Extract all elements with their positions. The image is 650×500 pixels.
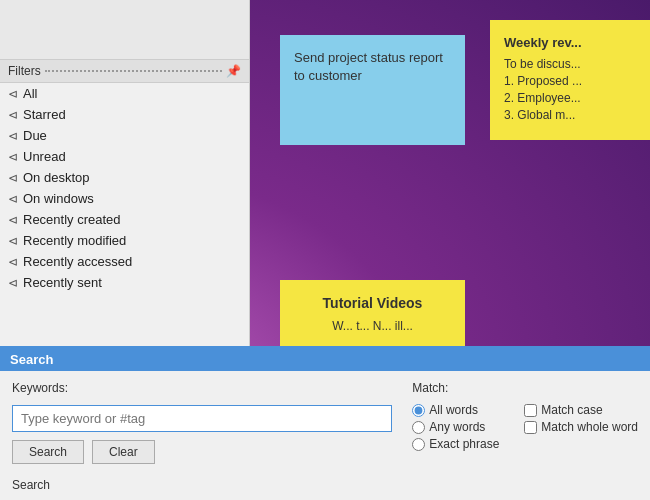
filter-label-recently-modified: Recently modified bbox=[23, 233, 126, 248]
search-right: Match: All words Match case Any wo bbox=[412, 381, 638, 464]
sticky-yellow-2-title: Tutorial Videos bbox=[294, 294, 451, 314]
filter-label-recently-accessed: Recently accessed bbox=[23, 254, 132, 269]
filter-label-all: All bbox=[23, 86, 37, 101]
radio-exact-phrase[interactable]: Exact phrase bbox=[412, 437, 512, 451]
filter-label-starred: Starred bbox=[23, 107, 66, 122]
pin-icon: 📌 bbox=[226, 64, 241, 78]
radio-all-words[interactable]: All words bbox=[412, 403, 512, 417]
filter-icon-recently-created: ⊲ bbox=[8, 213, 18, 227]
sticky-blue-text: Send project status report to customer bbox=[294, 50, 443, 83]
filter-item-on-desktop[interactable]: ⊲ On desktop bbox=[0, 167, 249, 188]
search-buttons: Search Clear bbox=[12, 440, 392, 464]
search-panel: Search Keywords: Search Clear Match: All… bbox=[0, 346, 650, 500]
filters-dots bbox=[45, 70, 222, 72]
checkbox-match-case[interactable]: Match case bbox=[524, 403, 602, 417]
radio-exact-phrase-input[interactable] bbox=[412, 438, 425, 451]
match-row-3: Exact phrase bbox=[412, 437, 638, 451]
sticky-yellow-1-line4: 3. Global m... bbox=[504, 107, 636, 124]
filter-item-all[interactable]: ⊲ All bbox=[0, 83, 249, 104]
checkbox-match-whole-word[interactable]: Match whole word bbox=[524, 420, 638, 434]
filter-label-due: Due bbox=[23, 128, 47, 143]
match-row-1: All words Match case bbox=[412, 403, 638, 417]
sticky-yellow-1-line3: 2. Employee... bbox=[504, 90, 636, 107]
filter-icon-due: ⊲ bbox=[8, 129, 18, 143]
filter-label-unread: Unread bbox=[23, 149, 66, 164]
keywords-label: Keywords: bbox=[12, 381, 392, 395]
filter-icon-on-windows: ⊲ bbox=[8, 192, 18, 206]
filter-label-on-windows: On windows bbox=[23, 191, 94, 206]
filter-icon-starred: ⊲ bbox=[8, 108, 18, 122]
checkbox-match-whole-word-label: Match whole word bbox=[541, 420, 638, 434]
checkbox-match-case-input[interactable] bbox=[524, 404, 537, 417]
match-label: Match: bbox=[412, 381, 638, 395]
sticky-yellow-2-subtitle: W... t... N... ill... bbox=[294, 318, 451, 335]
filter-icon-recently-modified: ⊲ bbox=[8, 234, 18, 248]
filter-item-on-windows[interactable]: ⊲ On windows bbox=[0, 188, 249, 209]
radio-any-words-label: Any words bbox=[429, 420, 485, 434]
checkbox-match-whole-word-input[interactable] bbox=[524, 421, 537, 434]
filter-item-recently-sent[interactable]: ⊲ Recently sent bbox=[0, 272, 249, 293]
match-options: All words Match case Any words Match who bbox=[412, 403, 638, 451]
search-button[interactable]: Search bbox=[12, 440, 84, 464]
filter-item-starred[interactable]: ⊲ Starred bbox=[0, 104, 249, 125]
sticky-yellow-1-line2: 1. Proposed ... bbox=[504, 73, 636, 90]
sticky-note-blue: Send project status report to customer bbox=[280, 35, 465, 145]
filter-label-recently-sent: Recently sent bbox=[23, 275, 102, 290]
filter-label-recently-created: Recently created bbox=[23, 212, 121, 227]
search-panel-title: Search bbox=[0, 348, 650, 371]
filter-icon-all: ⊲ bbox=[8, 87, 18, 101]
sticky-yellow-1-title: Weekly rev... bbox=[504, 34, 636, 52]
filters-label: Filters bbox=[8, 64, 41, 78]
checkbox-match-case-label: Match case bbox=[541, 403, 602, 417]
filter-item-recently-modified[interactable]: ⊲ Recently modified bbox=[0, 230, 249, 251]
filter-item-unread[interactable]: ⊲ Unread bbox=[0, 146, 249, 167]
sticky-note-yellow-1: Weekly rev... To be discus... 1. Propose… bbox=[490, 20, 650, 140]
match-row-2: Any words Match whole word bbox=[412, 420, 638, 434]
filter-item-recently-accessed[interactable]: ⊲ Recently accessed bbox=[0, 251, 249, 272]
filter-icon-on-desktop: ⊲ bbox=[8, 171, 18, 185]
filter-icon-unread: ⊲ bbox=[8, 150, 18, 164]
search-footer-label: Search bbox=[12, 478, 50, 492]
filter-icon-recently-accessed: ⊲ bbox=[8, 255, 18, 269]
sidebar-top-area bbox=[0, 0, 249, 60]
filter-label-on-desktop: On desktop bbox=[23, 170, 90, 185]
filters-header: Filters 📌 bbox=[0, 60, 249, 83]
keywords-input[interactable] bbox=[12, 405, 392, 432]
radio-exact-phrase-label: Exact phrase bbox=[429, 437, 499, 451]
clear-button[interactable]: Clear bbox=[92, 440, 155, 464]
search-left: Keywords: Search Clear bbox=[12, 381, 392, 464]
radio-any-words-input[interactable] bbox=[412, 421, 425, 434]
filter-icon-recently-sent: ⊲ bbox=[8, 276, 18, 290]
search-panel-body: Keywords: Search Clear Match: All words … bbox=[0, 371, 650, 474]
filter-item-recently-created[interactable]: ⊲ Recently created bbox=[0, 209, 249, 230]
filter-item-due[interactable]: ⊲ Due bbox=[0, 125, 249, 146]
sticky-yellow-1-line1: To be discus... bbox=[504, 56, 636, 73]
radio-all-words-input[interactable] bbox=[412, 404, 425, 417]
radio-any-words[interactable]: Any words bbox=[412, 420, 512, 434]
radio-all-words-label: All words bbox=[429, 403, 478, 417]
search-footer: Search bbox=[0, 474, 650, 500]
